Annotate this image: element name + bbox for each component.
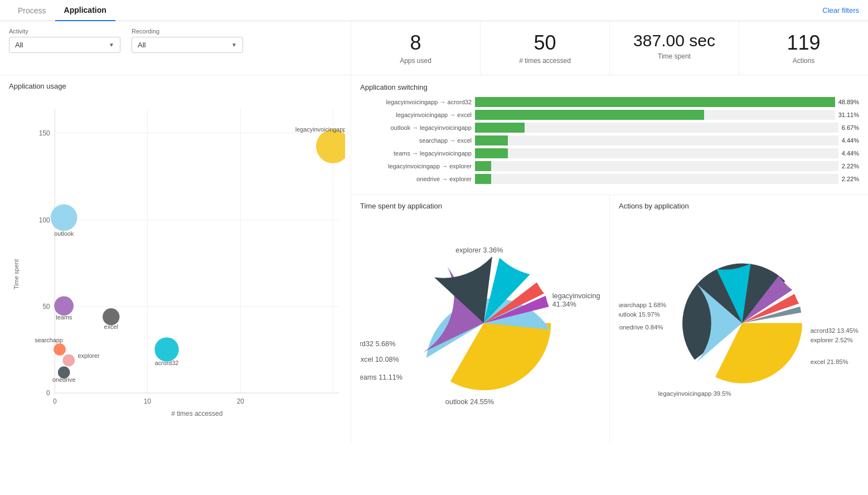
bubble-explorer[interactable] — [62, 355, 75, 367]
bar-row-5: legacyinvoicingapp → explorer 2.22% — [360, 161, 859, 171]
bar-row-1: legacyinvoicingapp → excel 31.11% — [360, 110, 859, 120]
app-usage-title: Application usage — [0, 75, 351, 90]
actions-pie-svg: legacyinvoicingapp 39.5% excel 21.85% ac… — [619, 213, 859, 433]
bar-row-6: onedrive → explorer 2.22% — [360, 174, 859, 184]
activity-filter-group: Activity All ▼ — [9, 28, 120, 68]
bubble-searchapp[interactable] — [54, 343, 66, 356]
svg-text:onedrive 0.84%: onedrive 0.84% — [619, 324, 663, 331]
time-spent-pie-section: Time spent by application — [351, 195, 610, 443]
times-accessed-label: # times accessed — [489, 57, 600, 65]
app-switching-section: Application switching legacyinvoicingapp… — [351, 75, 868, 195]
clear-filters-button[interactable]: Clear filters — [822, 6, 859, 14]
activity-arrow-icon: ▼ — [109, 42, 114, 48]
page-wrapper: Process Application Clear filters Activi… — [0, 0, 868, 495]
stats-cards: 8 Apps used 50 # times accessed 387.00 s… — [351, 21, 868, 75]
tab-application[interactable]: Application — [55, 0, 115, 21]
time-spent-title: Time spent by application — [360, 202, 600, 210]
scatter-svg: 0 50 100 150 0 10 20 # times accessed le… — [31, 96, 345, 436]
bubble-teams[interactable] — [54, 296, 74, 316]
scatter-section: Application usage Time spent — [0, 75, 351, 443]
recording-label: Recording — [132, 28, 243, 35]
svg-text:explorer: explorer — [78, 352, 100, 359]
svg-text:searchapp 1.68%: searchapp 1.68% — [619, 302, 666, 308]
stat-card-apps: 8 Apps used — [351, 21, 481, 75]
svg-text:acrord32 5.68%: acrord32 5.68% — [360, 340, 395, 348]
svg-text:excel 10.08%: excel 10.08% — [360, 356, 399, 363]
recording-filter-group: Recording All ▼ — [132, 28, 243, 68]
svg-text:# times accessed: # times accessed — [171, 410, 222, 418]
svg-text:onedrive: onedrive — [52, 376, 76, 383]
svg-text:0: 0 — [53, 397, 57, 405]
actions-pie-section: Actions by application — [610, 195, 868, 443]
apps-used-value: 8 — [360, 31, 471, 55]
svg-text:legacyinvoicingapp: legacyinvoicingapp — [295, 126, 345, 133]
times-accessed-value: 50 — [489, 31, 600, 55]
pie-charts-row: Time spent by application — [351, 195, 868, 443]
svg-text:0: 0 — [46, 389, 50, 397]
bubble-excel[interactable] — [103, 308, 119, 325]
svg-text:20: 20 — [237, 397, 245, 405]
svg-text:teams 11.11%: teams 11.11% — [360, 373, 403, 381]
svg-text:acrord32: acrord32 — [155, 360, 179, 366]
stat-card-accessed: 50 # times accessed — [481, 21, 610, 75]
time-spent-value: 387.00 sec — [619, 31, 730, 50]
bubble-legacyinvoicingapp[interactable] — [316, 129, 345, 163]
svg-text:10: 10 — [144, 397, 152, 405]
filters-section: Activity All ▼ Recording All ▼ — [0, 21, 351, 75]
svg-text:excel: excel — [104, 323, 118, 330]
svg-text:outlook 15.97%: outlook 15.97% — [619, 311, 660, 318]
y-axis-label: Time spent — [13, 259, 20, 289]
bar-row-0: legacyinvoicingapp → acrord32 48.89% — [360, 97, 859, 107]
bar-row-2: outlook → legacyinvoicingapp 6.67% — [360, 123, 859, 133]
apps-used-label: Apps used — [360, 57, 471, 65]
svg-text:legacyinvoicingapp 39.5%: legacyinvoicingapp 39.5% — [658, 390, 731, 397]
svg-text:explorer 2.52%: explorer 2.52% — [811, 337, 853, 343]
svg-text:100: 100 — [39, 216, 50, 224]
svg-text:legacyinvoicingapp: legacyinvoicingapp — [552, 292, 600, 300]
main-content: Application usage Time spent — [0, 75, 868, 443]
actions-title: Actions by application — [619, 202, 859, 210]
bubble-acrord32[interactable] — [154, 337, 178, 361]
time-spent-label: Time spent — [619, 52, 730, 60]
svg-text:outlook: outlook — [54, 230, 74, 237]
bar-row-3: searchapp → excel 4.44% — [360, 135, 859, 145]
svg-text:teams: teams — [56, 314, 72, 321]
stat-card-actions: 119 Actions — [739, 21, 868, 75]
activity-select[interactable]: All ▼ — [9, 37, 120, 53]
tab-process[interactable]: Process — [9, 1, 55, 21]
recording-arrow-icon: ▼ — [231, 42, 237, 48]
svg-text:41.34%: 41.34% — [552, 300, 576, 308]
activity-label: Activity — [9, 28, 120, 35]
svg-text:150: 150 — [39, 129, 50, 137]
svg-text:searchapp: searchapp — [35, 337, 63, 343]
top-bar: Activity All ▼ Recording All ▼ 8 Apps us… — [0, 21, 868, 75]
recording-select[interactable]: All ▼ — [132, 37, 243, 53]
svg-text:acrord32 13.45%: acrord32 13.45% — [811, 327, 859, 334]
svg-text:excel 21.85%: excel 21.85% — [811, 358, 848, 365]
app-switching-title: Application switching — [360, 83, 859, 91]
time-spent-pie-svg: legacyinvoicingapp 41.34% outlook 24.55%… — [360, 213, 600, 433]
right-panel: Application switching legacyinvoicingapp… — [351, 75, 868, 443]
svg-text:50: 50 — [42, 303, 50, 310]
bubble-outlook[interactable] — [51, 205, 77, 231]
svg-text:explorer 3.36%: explorer 3.36% — [455, 246, 503, 254]
time-spent-pie-container: legacyinvoicingapp 41.34% outlook 24.55%… — [360, 213, 600, 433]
actions-value: 119 — [748, 31, 859, 55]
stat-card-time: 387.00 sec Time spent — [610, 21, 739, 75]
bar-row-4: teams → legacyinvoicingapp 4.44% — [360, 148, 859, 158]
svg-text:outlook 24.55%: outlook 24.55% — [445, 398, 494, 406]
actions-label: Actions — [748, 57, 859, 65]
tabs-bar: Process Application Clear filters — [0, 0, 868, 21]
actions-pie-container: legacyinvoicingapp 39.5% excel 21.85% ac… — [619, 213, 859, 433]
